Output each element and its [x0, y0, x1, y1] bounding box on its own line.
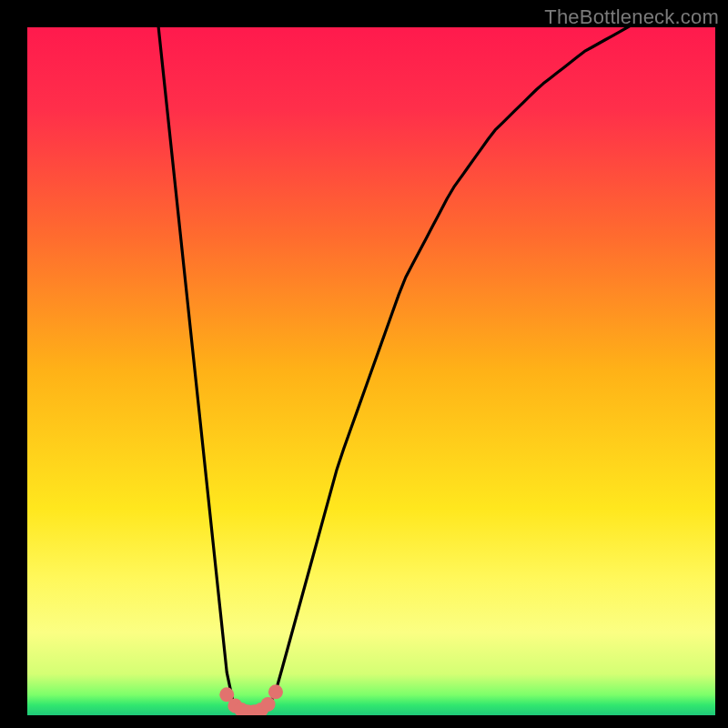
watermark-text: TheBottleneck.com — [544, 5, 719, 29]
bottleneck-plot — [0, 0, 728, 728]
chart-stage: TheBottleneck.com — [0, 0, 728, 728]
trough-marker — [261, 697, 276, 712]
trough-marker — [268, 684, 283, 699]
